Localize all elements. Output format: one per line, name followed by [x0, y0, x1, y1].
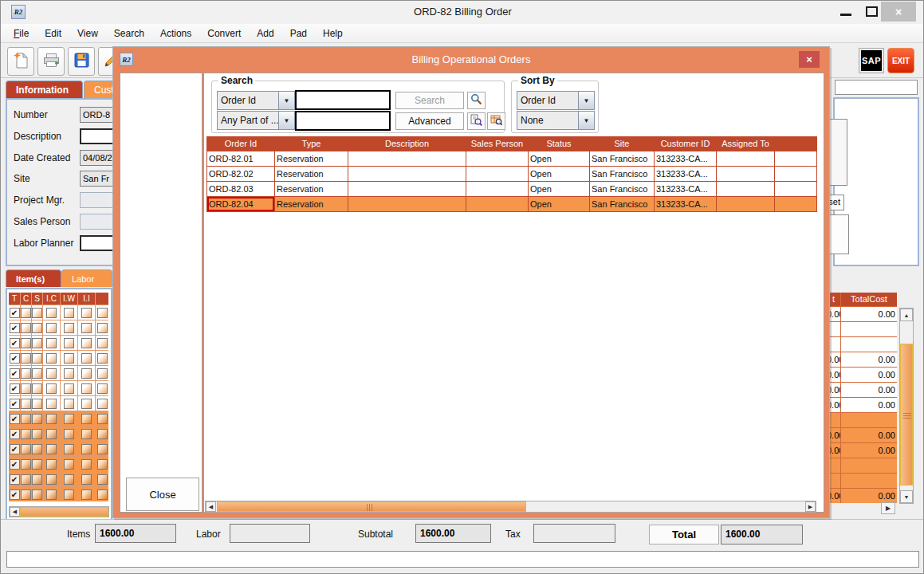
order-column-header[interactable]: Site: [590, 137, 654, 151]
checkbox[interactable]: [81, 459, 92, 470]
search-field-combobox[interactable]: Order Id ▼: [217, 91, 295, 110]
checkbox[interactable]: [46, 444, 57, 454]
grid-cell[interactable]: ✔: [9, 336, 20, 350]
grid-cell[interactable]: [43, 381, 60, 395]
items-horizontal-scrollbar[interactable]: ◀: [9, 506, 109, 517]
checkbox[interactable]: [46, 474, 57, 485]
cost-cell[interactable]: [841, 458, 897, 473]
checkbox[interactable]: [81, 383, 92, 394]
checkbox[interactable]: ✔: [10, 414, 20, 424]
order-cell[interactable]: Open: [529, 197, 589, 211]
order-cell[interactable]: [466, 197, 528, 211]
checkbox[interactable]: [64, 338, 74, 348]
order-cell[interactable]: [348, 197, 466, 211]
cost-cell[interactable]: 0.00: [841, 489, 897, 503]
checkbox[interactable]: [64, 489, 74, 500]
grid-cell[interactable]: ✔: [9, 320, 20, 335]
checkbox[interactable]: ✔: [10, 323, 20, 333]
checkbox[interactable]: [21, 368, 31, 379]
grid-cell[interactable]: [32, 442, 42, 456]
sort-primary-combobox[interactable]: Order Id ▼: [517, 91, 595, 110]
chevron-down-icon[interactable]: ▼: [578, 92, 594, 109]
grid-cell[interactable]: [43, 487, 60, 501]
checkbox[interactable]: [64, 459, 74, 470]
order-column-header[interactable]: Order Id: [207, 137, 274, 151]
grid-cell[interactable]: [21, 305, 31, 320]
checkbox[interactable]: [97, 429, 108, 439]
checkbox[interactable]: [21, 308, 31, 318]
order-cell[interactable]: 313233-CA...: [655, 167, 716, 181]
cost-cell[interactable]: 0.00: [841, 307, 897, 321]
grid-cell[interactable]: [78, 396, 95, 411]
grid-cell[interactable]: ✔: [9, 411, 20, 426]
order-cell[interactable]: [717, 197, 774, 211]
checkbox[interactable]: [64, 383, 74, 394]
grid-cell[interactable]: [43, 472, 60, 486]
grid-cell[interactable]: [96, 487, 108, 501]
checkbox[interactable]: ✔: [10, 308, 20, 318]
tab-items[interactable]: Item(s): [6, 269, 61, 287]
grid-cell[interactable]: [43, 411, 60, 426]
checkbox[interactable]: [81, 429, 92, 439]
checkbox[interactable]: [46, 459, 57, 470]
checkbox[interactable]: [32, 308, 42, 318]
order-cell[interactable]: Reservation: [275, 167, 348, 181]
grid-cell[interactable]: [32, 411, 42, 426]
grid-cell[interactable]: [61, 411, 77, 426]
grid-cell[interactable]: [78, 336, 95, 350]
grid-cell[interactable]: [43, 457, 60, 471]
checkbox[interactable]: [97, 459, 108, 470]
order-cell[interactable]: Reservation: [275, 182, 348, 196]
order-cell[interactable]: [348, 182, 466, 196]
grid-cell[interactable]: [78, 457, 95, 471]
grid-cell[interactable]: [61, 396, 77, 411]
cost-cell[interactable]: 0.00: [841, 443, 897, 458]
checkbox[interactable]: [81, 353, 92, 364]
checkbox[interactable]: ✔: [10, 429, 20, 439]
grid-cell[interactable]: ✔: [9, 487, 20, 501]
grid-cell[interactable]: [61, 320, 77, 335]
menu-item-search[interactable]: Search: [106, 26, 152, 41]
checkbox[interactable]: ✔: [10, 399, 20, 409]
checkbox[interactable]: [64, 429, 74, 439]
grid-cell[interactable]: [61, 427, 77, 441]
cost-cell[interactable]: [841, 413, 897, 427]
scrollbar-thumb[interactable]: [217, 501, 526, 512]
grid-cell[interactable]: [96, 457, 108, 471]
order-column-header[interactable]: Customer ID: [655, 137, 716, 151]
grid-cell[interactable]: [21, 472, 31, 486]
chevron-down-icon[interactable]: ▼: [278, 92, 294, 109]
checkbox[interactable]: [64, 474, 74, 485]
cost-column-header[interactable]: TotalCost: [841, 293, 897, 306]
order-cell[interactable]: [717, 167, 774, 181]
checkbox[interactable]: [64, 368, 74, 379]
checkbox[interactable]: [97, 383, 108, 394]
checkbox[interactable]: [81, 414, 92, 424]
grid-cell[interactable]: ✔: [9, 442, 20, 456]
grid-cell[interactable]: ✔: [9, 472, 20, 486]
grid-cell[interactable]: [78, 472, 95, 486]
grid-cell[interactable]: [43, 396, 60, 411]
checkbox[interactable]: [21, 323, 31, 333]
grid-cell[interactable]: [61, 305, 77, 320]
checkbox[interactable]: [46, 383, 57, 394]
grid-cell[interactable]: [96, 381, 108, 395]
grid-cell[interactable]: [78, 305, 95, 320]
checkbox[interactable]: [81, 444, 92, 454]
order-cell[interactable]: [775, 182, 816, 196]
order-cell[interactable]: Reservation: [275, 151, 348, 166]
order-cell[interactable]: San Francisco: [590, 197, 654, 211]
scrollbar-thumb[interactable]: [900, 344, 913, 486]
order-cell[interactable]: 313233-CA...: [655, 151, 716, 166]
grid-cell[interactable]: [32, 320, 42, 335]
checkbox[interactable]: [46, 489, 57, 500]
checkbox[interactable]: [32, 489, 42, 500]
order-column-header[interactable]: [775, 137, 816, 151]
order-cell[interactable]: ORD-82.01: [207, 151, 274, 166]
checkbox[interactable]: [81, 308, 92, 318]
checkbox[interactable]: [97, 353, 108, 364]
cost-cell[interactable]: [841, 474, 897, 488]
grid-cell[interactable]: [43, 320, 60, 335]
menu-item-view[interactable]: View: [69, 26, 106, 41]
order-cell[interactable]: [775, 151, 816, 166]
